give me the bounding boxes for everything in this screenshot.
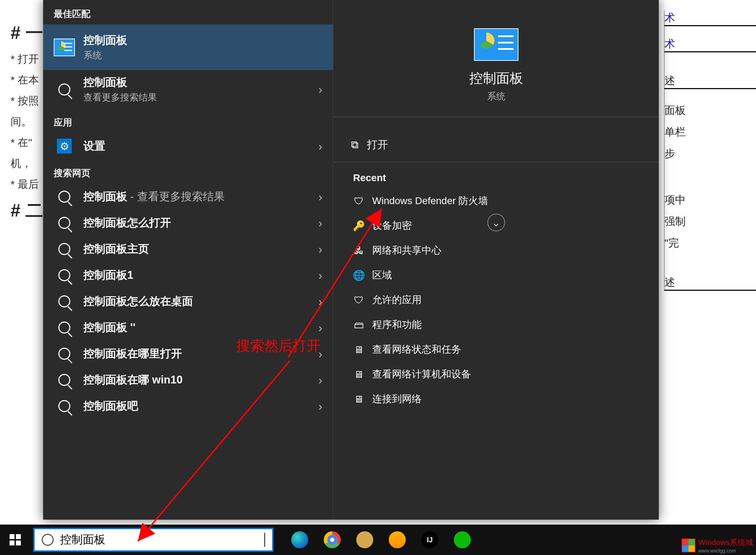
control-panel-icon xyxy=(54,39,75,56)
recent-item[interactable]: 🛡 Windows Defender 防火墙 xyxy=(333,189,659,213)
recent-item-icon: 🖥 xyxy=(353,369,364,380)
web-result[interactable]: 控制面板 - 查看更多搜索结果 › xyxy=(43,184,333,210)
search-icon xyxy=(54,81,75,98)
recent-item-label: 网络和共享中心 xyxy=(372,244,441,257)
web-result[interactable]: 控制面板吧 › xyxy=(43,393,333,419)
recent-item-label: 查看网络状态和任务 xyxy=(372,343,461,356)
search-icon xyxy=(54,398,75,414)
bg-text: 强制 xyxy=(664,214,756,229)
chevron-right-icon: › xyxy=(318,82,322,96)
search-icon xyxy=(54,189,75,205)
open-label: 打开 xyxy=(367,138,388,152)
chrome-icon[interactable] xyxy=(324,531,341,548)
result-title: 控制面板 xyxy=(83,33,127,48)
start-button[interactable] xyxy=(0,525,30,555)
svg-rect-2 xyxy=(10,534,14,539)
bg-link[interactable]: 术 xyxy=(664,11,756,26)
recent-item[interactable]: 🌐 区域 xyxy=(333,263,659,288)
recent-item-icon: 🛡 xyxy=(353,294,364,306)
chevron-right-icon: › xyxy=(318,242,322,256)
web-result[interactable]: 控制面板在哪 win10 › xyxy=(43,367,333,393)
chevron-right-icon: › xyxy=(318,268,322,282)
intellij-icon[interactable] xyxy=(421,531,438,548)
recent-item-icon: 🗃 xyxy=(353,319,364,330)
result-title: 控制面板 - 查看更多搜索结果 xyxy=(83,189,225,204)
edge-icon[interactable] xyxy=(291,531,308,548)
watermark: Windows系统城 www.wxclgg.com xyxy=(681,537,753,554)
search-icon xyxy=(54,215,75,231)
web-result[interactable]: 控制面板怎么打开 › xyxy=(43,210,333,236)
annotation-text: 搜索然后打开 xyxy=(236,336,321,355)
clock-app-icon[interactable] xyxy=(356,531,373,548)
bg-link[interactable]: 术 xyxy=(664,37,756,52)
result-title: 控制面板吧 xyxy=(83,399,138,414)
svg-rect-5 xyxy=(16,540,21,545)
bg-taskbar-app-label: Markdc xyxy=(10,509,40,520)
svg-rect-3 xyxy=(16,534,21,539)
taskbar-search-input[interactable] xyxy=(60,533,258,547)
search-icon xyxy=(54,267,75,283)
bg-text: 面板 xyxy=(664,103,756,118)
recent-item-label: 连接到网络 xyxy=(372,392,422,406)
expand-button[interactable]: ⌄ xyxy=(487,214,505,231)
watermark-sub: www.wxclgg.com xyxy=(698,548,753,554)
recent-item[interactable]: 🖧 网络和共享中心 xyxy=(333,238,659,263)
chevron-right-icon: › xyxy=(318,139,322,153)
result-title: 控制面板在哪里打开 xyxy=(83,346,182,361)
gear-icon xyxy=(54,138,75,154)
recent-item-icon: 🖥 xyxy=(353,393,364,405)
result-title: 设置 xyxy=(83,139,105,154)
result-sub: 系统 xyxy=(83,49,127,62)
app-result-settings[interactable]: 设置 › xyxy=(43,133,333,159)
bg-text: 步 xyxy=(664,146,756,161)
recent-item-icon: 🖥 xyxy=(353,344,364,355)
open-action[interactable]: ⧉ 打开 xyxy=(333,131,659,158)
preview-title: 控制面板 xyxy=(469,69,523,87)
bg-text: 单栏 xyxy=(664,125,756,139)
bg-right-column: 术 术 述 面板 单栏 步 项中 强制 "完 述 xyxy=(664,11,756,291)
recent-item[interactable]: 🗃 程序和功能 xyxy=(333,312,659,337)
recent-item[interactable]: 🖥 查看网络计算机和设备 xyxy=(333,362,659,387)
windows-icon xyxy=(10,534,21,545)
taskbar xyxy=(0,525,756,555)
chevron-right-icon: › xyxy=(318,216,322,230)
chevron-down-icon: ⌄ xyxy=(492,216,500,229)
search-icon xyxy=(54,372,75,388)
best-match-result[interactable]: 控制面板 系统 xyxy=(43,24,333,70)
result-title: 控制面板1 xyxy=(83,268,133,283)
bg-text: 项中 xyxy=(664,193,756,207)
chevron-right-icon: › xyxy=(318,321,322,335)
control-panel-icon xyxy=(474,28,518,61)
see-more-results[interactable]: 控制面板 查看更多搜索结果 › xyxy=(43,70,333,109)
web-result[interactable]: 控制面板怎么放在桌面 › xyxy=(43,288,333,314)
chevron-right-icon: › xyxy=(318,295,322,308)
wechat-icon[interactable] xyxy=(454,531,471,548)
bg-text: 述 xyxy=(664,74,756,89)
recent-item-icon: 🛡 xyxy=(353,195,364,207)
search-icon xyxy=(54,241,75,257)
search-icon xyxy=(54,346,75,362)
search-icon xyxy=(54,319,75,336)
start-search-panel: 最佳匹配 控制面板 系统 控制面板 查看更多搜索结果 › 应用 设置 › 搜索网… xyxy=(43,0,659,520)
recent-item-label: 允许的应用 xyxy=(372,293,422,307)
recent-item[interactable]: 🛡 允许的应用 xyxy=(333,288,659,312)
recent-item-icon: 🌐 xyxy=(353,270,364,281)
recent-item-label: Windows Defender 防火墙 xyxy=(372,194,488,208)
file-explorer-icon[interactable] xyxy=(389,531,406,548)
web-result[interactable]: 控制面板1 › xyxy=(43,262,333,288)
taskbar-apps xyxy=(291,531,471,548)
result-title: 控制面板怎么放在桌面 xyxy=(83,294,193,309)
result-title: 控制面板怎么打开 xyxy=(83,215,171,230)
recent-item-icon: 🔑 xyxy=(353,220,364,231)
recent-item[interactable]: 🖥 查看网络状态和任务 xyxy=(333,337,659,362)
result-sub: 查看更多搜索结果 xyxy=(83,91,157,104)
result-title: 控制面板主页 xyxy=(83,242,149,256)
divider xyxy=(333,117,659,117)
web-result[interactable]: 控制面板主页 › xyxy=(43,236,333,262)
recent-item-icon: 🖧 xyxy=(353,245,364,256)
recent-item-label: 查看网络计算机和设备 xyxy=(372,368,471,381)
search-results-column: 最佳匹配 控制面板 系统 控制面板 查看更多搜索结果 › 应用 设置 › 搜索网… xyxy=(43,0,333,520)
taskbar-search-box[interactable] xyxy=(33,528,274,552)
search-icon xyxy=(54,293,75,310)
recent-item[interactable]: 🖥 连接到网络 xyxy=(333,387,659,411)
